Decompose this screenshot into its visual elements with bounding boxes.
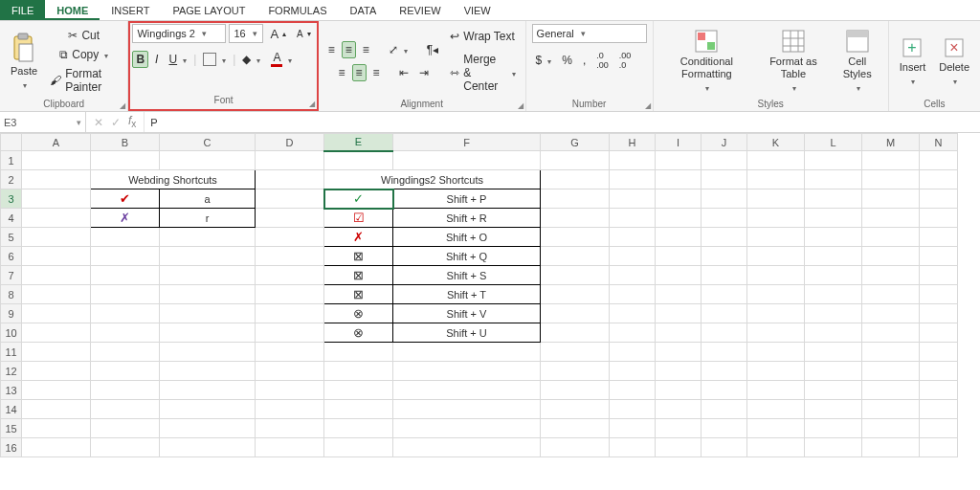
orientation-button[interactable]: ⤢	[385, 41, 412, 58]
font-family-combo[interactable]: Wingdings 2 ▾	[132, 24, 226, 43]
col-header[interactable]: H	[610, 134, 656, 151]
cell[interactable]: ✗	[91, 209, 160, 228]
row-header[interactable]: 15	[1, 419, 22, 438]
cell[interactable]: r	[160, 209, 256, 228]
row-header[interactable]: 6	[1, 247, 22, 266]
dialog-launcher-icon[interactable]: ◢	[518, 101, 523, 110]
row-header[interactable]: 2	[1, 170, 22, 189]
cell[interactable]: ⊗	[324, 304, 393, 323]
select-all-corner[interactable]	[1, 134, 22, 151]
wrap-text-button[interactable]: ↩Wrap Text	[446, 28, 519, 45]
col-header[interactable]: F	[393, 134, 541, 151]
cut-button[interactable]: ✂ Cut	[64, 27, 103, 44]
row-header[interactable]: 14	[1, 400, 22, 419]
name-box[interactable]: E3 ▾	[0, 112, 86, 132]
col-header[interactable]: I	[656, 134, 702, 151]
row-header[interactable]: 11	[1, 343, 22, 362]
conditional-formatting-button[interactable]: Conditional Formatting	[659, 26, 754, 95]
fx-icon[interactable]: fx	[128, 114, 136, 129]
spreadsheet-grid[interactable]: A B C D E F G H I J K L M N 1 2 Webding …	[0, 133, 980, 490]
col-header[interactable]: B	[91, 134, 160, 151]
col-header[interactable]: E	[324, 134, 393, 151]
row-header[interactable]: 7	[1, 266, 22, 285]
tab-file[interactable]: FILE	[0, 0, 45, 20]
col-header[interactable]: M	[862, 134, 920, 151]
align-right-button[interactable]: ≡	[369, 64, 384, 81]
format-as-table-button[interactable]: Format as Table	[758, 26, 829, 95]
cell[interactable]: ⊠	[324, 285, 393, 304]
comma-button[interactable]: ,	[579, 52, 590, 69]
cell[interactable]: ⊠	[324, 247, 393, 266]
row-header[interactable]: 4	[1, 209, 22, 228]
shrink-font-button[interactable]: A▾	[293, 27, 315, 41]
col-header[interactable]: A	[22, 134, 91, 151]
number-format-combo[interactable]: General ▾	[532, 24, 647, 43]
row-header[interactable]: 13	[1, 381, 22, 400]
col-header[interactable]: G	[541, 134, 610, 151]
col-header[interactable]: K	[747, 134, 805, 151]
accounting-button[interactable]: $	[532, 52, 556, 69]
dialog-launcher-icon[interactable]: ◢	[309, 100, 315, 108]
cell[interactable]: a	[160, 189, 256, 209]
cell[interactable]: ⊗	[324, 323, 393, 343]
increase-decimal-button[interactable]: .0.00	[592, 49, 612, 72]
tab-review[interactable]: REVIEW	[388, 0, 452, 20]
cell[interactable]: Shift + O	[393, 228, 541, 247]
bold-button[interactable]: B	[132, 51, 148, 68]
dialog-launcher-icon[interactable]: ◢	[120, 101, 125, 110]
row-header[interactable]: 16	[1, 438, 22, 457]
tab-insert[interactable]: INSERT	[100, 0, 161, 20]
cell[interactable]: Shift + P	[393, 189, 541, 209]
indent-decrease-button[interactable]: ⇤	[395, 64, 412, 81]
percent-button[interactable]: %	[558, 52, 576, 69]
cell[interactable]: ✗	[324, 228, 393, 247]
delete-cells-button[interactable]: × Delete	[934, 33, 974, 89]
tab-data[interactable]: DATA	[339, 0, 389, 20]
align-bottom-button[interactable]: ≡	[359, 41, 373, 58]
font-color-button[interactable]: A	[267, 49, 296, 69]
grow-font-button[interactable]: A▴	[266, 25, 290, 43]
insert-cells-button[interactable]: + Insert	[895, 33, 931, 89]
col-header[interactable]: J	[702, 134, 747, 151]
format-painter-button[interactable]: 🖌 Format Painter	[46, 65, 122, 96]
cell[interactable]: Shift + V	[393, 304, 541, 323]
borders-button[interactable]	[199, 51, 230, 68]
cell[interactable]: Shift + S	[393, 266, 541, 285]
cell-styles-button[interactable]: Cell Styles	[833, 26, 882, 95]
cell[interactable]: Shift + R	[393, 209, 541, 228]
formula-input[interactable]: P	[145, 112, 980, 132]
cell[interactable]: Shift + Q	[393, 247, 541, 266]
row-header[interactable]: 3	[1, 189, 22, 209]
italic-button[interactable]: I	[151, 51, 162, 68]
row-header[interactable]: 8	[1, 285, 22, 304]
row-header[interactable]: 12	[1, 362, 22, 381]
tab-page-layout[interactable]: PAGE LAYOUT	[161, 0, 256, 20]
rtl-button[interactable]: ¶◂	[423, 41, 442, 58]
align-left-button[interactable]: ≡	[335, 64, 349, 81]
table-header[interactable]: Wingdings2 Shortcuts	[324, 170, 541, 189]
col-header[interactable]: C	[160, 134, 256, 151]
dialog-launcher-icon[interactable]: ◢	[645, 101, 651, 110]
align-top-button[interactable]: ≡	[324, 41, 339, 58]
col-header[interactable]: D	[256, 134, 324, 151]
indent-increase-button[interactable]: ⇥	[415, 64, 433, 81]
cell-active[interactable]: ✓	[324, 189, 393, 209]
col-header[interactable]: L	[805, 134, 862, 151]
align-center-button[interactable]: ≡	[352, 64, 367, 81]
row-header[interactable]: 5	[1, 228, 22, 247]
enter-icon[interactable]: ✓	[111, 116, 121, 129]
cell[interactable]: Shift + T	[393, 285, 541, 304]
row-header[interactable]: 9	[1, 304, 22, 323]
paste-button[interactable]: Paste	[6, 30, 42, 93]
font-size-combo[interactable]: 16 ▾	[229, 24, 263, 43]
tab-view[interactable]: VIEW	[453, 0, 502, 20]
cell[interactable]: ⊠	[324, 266, 393, 285]
table-header[interactable]: Webding Shortcuts	[91, 170, 256, 189]
cancel-icon[interactable]: ✕	[94, 116, 103, 129]
cell[interactable]: ☑	[324, 209, 393, 228]
tab-home[interactable]: HOME	[45, 0, 100, 20]
fill-color-button[interactable]: ◆	[238, 51, 264, 68]
decrease-decimal-button[interactable]: .00.0	[615, 49, 635, 72]
row-header[interactable]: 1	[1, 151, 22, 170]
underline-button[interactable]: U	[165, 51, 190, 68]
